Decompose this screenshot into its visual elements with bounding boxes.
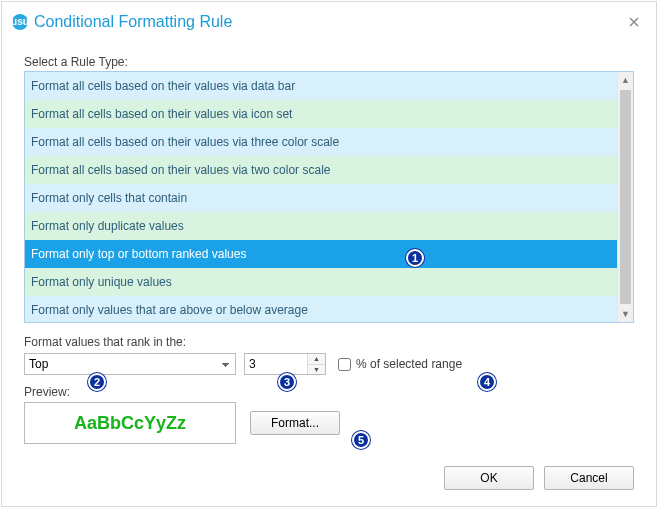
preview-box: AaBbCcYyZz: [24, 402, 236, 444]
rank-count-input[interactable]: [245, 354, 307, 374]
format-button[interactable]: Format...: [250, 411, 340, 435]
format-values-rank-label: Format values that rank in the:: [24, 335, 634, 349]
rule-type-list[interactable]: Format all cells based on their values v…: [25, 72, 617, 322]
preview-sample-text: AaBbCcYyZz: [74, 413, 186, 434]
preview-row: AaBbCcYyZz Format...: [24, 402, 634, 444]
preview-label: Preview:: [24, 385, 634, 399]
rule-type-item[interactable]: Format all cells based on their values v…: [25, 128, 617, 156]
rule-type-item[interactable]: Format only duplicate values: [25, 212, 617, 240]
rank-direction-select[interactable]: TopBottom: [24, 353, 236, 375]
rank-controls-row: TopBottom ▲ ▼ % of selected range: [24, 353, 634, 375]
close-button[interactable]: [622, 10, 646, 34]
cancel-button[interactable]: Cancel: [544, 466, 634, 490]
listbox-scrollbar[interactable]: ▲ ▼: [617, 72, 633, 322]
rule-type-item[interactable]: Format all cells based on their values v…: [25, 156, 617, 184]
rule-type-item[interactable]: Format all cells based on their values v…: [25, 100, 617, 128]
spinner-up[interactable]: ▲: [308, 354, 325, 364]
close-icon: [629, 17, 639, 27]
rule-type-listbox: Format all cells based on their values v…: [24, 71, 634, 323]
percent-of-range-checkbox[interactable]: [338, 358, 351, 371]
dialog-title: Conditional Formatting Rule: [34, 13, 232, 31]
scroll-down-arrow[interactable]: ▼: [618, 306, 633, 322]
percent-of-range-label: % of selected range: [356, 357, 462, 371]
rule-type-item[interactable]: Format only unique values: [25, 268, 617, 296]
conditional-formatting-dialog: usu Conditional Formatting Rule Select a…: [1, 1, 657, 507]
scroll-thumb[interactable]: [620, 90, 631, 304]
app-icon: usu: [12, 14, 28, 30]
scroll-up-arrow[interactable]: ▲: [618, 72, 633, 88]
dialog-content: Select a Rule Type: Format all cells bas…: [2, 41, 656, 444]
dialog-footer: OK Cancel: [444, 466, 634, 490]
rank-count-spinner[interactable]: ▲ ▼: [244, 353, 326, 375]
rule-type-item[interactable]: Format only cells that contain: [25, 184, 617, 212]
titlebar: usu Conditional Formatting Rule: [2, 2, 656, 41]
rule-type-item[interactable]: Format only top or bottom ranked values: [25, 240, 617, 268]
select-rule-type-label: Select a Rule Type:: [24, 55, 634, 69]
rule-type-item[interactable]: Format only values that are above or bel…: [25, 296, 617, 322]
percent-of-range-wrap[interactable]: % of selected range: [338, 357, 462, 371]
ok-button[interactable]: OK: [444, 466, 534, 490]
rule-type-item[interactable]: Format all cells based on their values v…: [25, 72, 617, 100]
spinner-down[interactable]: ▼: [308, 364, 325, 375]
spinner-buttons: ▲ ▼: [307, 354, 325, 374]
